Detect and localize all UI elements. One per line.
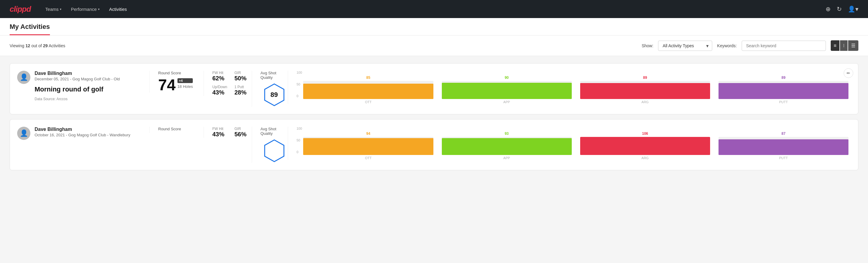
avg-shot-quality: Avg Shot Quality 89 [252,71,288,107]
score-badge: +4 [178,78,193,83]
page-header: My Activities [0,18,868,35]
hexagon: 89 [262,83,286,107]
data-source: Data Source: Arccos [35,97,120,101]
refresh-icon[interactable]: ↻ [837,5,842,12]
nav-icons: ⊕ ↻ 👤▾ [826,5,858,12]
bar-putt-2: 87 PUTT [718,132,848,160]
chart-bars: 85 OTT 90 APP [303,71,848,104]
avg-shot-quality-2: Avg Shot Quality [252,127,288,163]
bar-app-2: 93 APP [442,132,572,160]
user-menu-icon[interactable]: 👤▾ [848,5,858,12]
card-score-2: Round Score [150,127,204,133]
stat-updown: Up/Down 43% [212,85,230,96]
chart-y-axis: 100 50 0 [297,71,302,104]
score-label: Round Score [158,71,204,75]
chart-bars-2: 94 OTT 93 APP 106 [303,127,848,160]
avatar-icon-2: 👤 [20,129,28,137]
user-name: Dave Billingham [35,71,120,76]
filters-bar: Viewing 12 out of 29 Activities Show: Al… [0,35,868,56]
stat-fw-hit: FW Hit 62% [212,71,230,82]
bar-chart: 100 50 0 85 OTT 90 [288,71,851,104]
score-number: 74 [158,77,176,93]
user-date-2: October 16, 2021 - Gog Magog Golf Club -… [35,133,130,137]
hexagon-value: 89 [270,91,278,99]
logo[interactable]: clippd [10,4,31,14]
show-label: Show: [642,43,653,48]
user-name-2: Dave Billingham [35,127,130,132]
view-buttons: ≡ ⁝ ☰ [831,40,858,51]
bar-ott-2: 94 OTT [303,132,433,160]
hexagon-2 [262,139,286,163]
list-view-button[interactable]: ≡ [831,40,839,51]
bar-putt: 89 PUTT [718,76,848,104]
quality-label: Avg Shot Quality [260,71,288,80]
score-label-2: Round Score [158,127,204,131]
activity-type-select[interactable]: All Activity Types [658,40,712,51]
card-user-info-2: Dave Billingham October 16, 2021 - Gog M… [35,127,130,137]
teams-chevron-icon: ▾ [60,7,61,11]
round-title: Morning round of golf [35,85,120,93]
avatar-icon: 👤 [20,74,28,81]
svg-marker-1 [265,140,284,162]
card-stats: FW Hit 62% GIR 50% Up/Down 43% 1 Putt 28… [204,71,252,96]
stat-fw-hit-2: FW Hit 43% [212,127,230,138]
activity-card-2: 👤 Dave Billingham October 16, 2021 - Gog… [10,119,858,170]
edit-button[interactable]: ✏ [844,68,853,78]
stat-gir: GIR 50% [235,71,252,82]
bar-app: 90 APP [442,76,572,104]
activity-card: ✏ 👤 Dave Billingham December 05, 2021 - … [10,63,858,114]
nav-teams[interactable]: Teams ▾ [45,5,61,13]
avatar-2: 👤 [17,127,30,140]
stat-1putt: 1 Putt 28% [235,85,252,96]
score-main: 74 +4 18 Holes [158,77,204,93]
bar-ott: 85 OTT [303,76,433,104]
keywords-label: Keywords: [717,43,737,48]
card-left: 👤 Dave Billingham December 05, 2021 - Go… [17,71,150,101]
card-score: Round Score 74 +4 18 Holes [150,71,204,93]
viewing-text: Viewing 12 out of 29 Activities [10,43,65,48]
quality-label-2: Avg Shot Quality [260,127,288,136]
bar-chart-2: 100 50 0 94 OTT 93 [288,127,851,160]
page-title: My Activities [10,23,50,35]
compact-view-button[interactable]: ☰ [848,40,858,51]
search-input[interactable] [742,40,826,51]
nav-performance[interactable]: Performance ▾ [71,5,99,13]
nav-activities[interactable]: Activities [109,5,127,13]
user-date: December 05, 2021 - Gog Magog Golf Club … [35,77,120,81]
card-user-info: Dave Billingham December 05, 2021 - Gog … [35,71,120,101]
avatar: 👤 [17,71,30,84]
bar-arg: 89 ARG [580,76,710,104]
stat-gir-2: GIR 56% [235,127,252,138]
performance-chevron-icon: ▾ [98,7,99,11]
hexagon-wrapper-2 [260,139,288,163]
card-stats-2: FW Hit 43% GIR 56% [204,127,252,138]
score-holes: 18 Holes [178,84,193,89]
hexagon-wrapper: 89 [260,83,288,107]
card-left-2: 👤 Dave Billingham October 16, 2021 - Gog… [17,127,150,140]
activity-type-select-wrapper: All Activity Types [658,40,712,51]
chart-y-axis-2: 100 50 0 [297,127,302,160]
grid-view-button[interactable]: ⁝ [840,40,847,51]
add-circle-icon[interactable]: ⊕ [826,5,831,12]
navbar: clippd Teams ▾ Performance ▾ Activities … [0,0,868,18]
activities-list: ✏ 👤 Dave Billingham December 05, 2021 - … [0,56,868,178]
bar-arg-2: 106 ARG [580,132,710,160]
